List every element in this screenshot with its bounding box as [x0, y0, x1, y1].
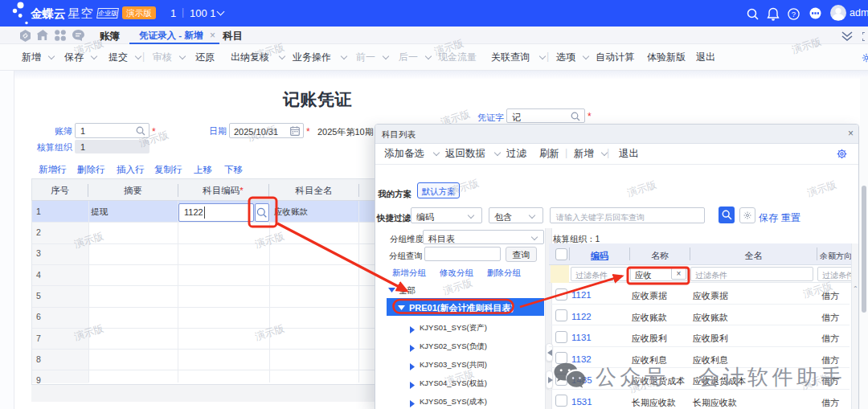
svg-text:?: ? — [792, 10, 796, 18]
